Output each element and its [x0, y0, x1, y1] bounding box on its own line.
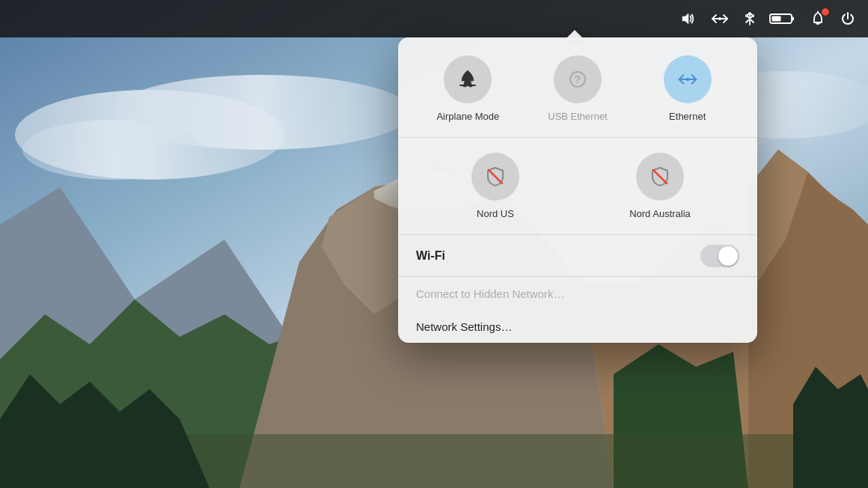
ethernet-label: Ethernet — [669, 111, 706, 122]
notification-icon[interactable] — [810, 10, 826, 27]
nord-australia-label: Nord Australia — [629, 208, 691, 219]
vpn-section: Nord US Nord Australia — [398, 138, 757, 235]
wifi-label: Wi-Fi — [416, 249, 445, 263]
ethernet-icon-circle — [664, 55, 712, 103]
menubar — [0, 0, 868, 37]
battery-icon[interactable] — [769, 10, 796, 27]
dropdown-arrow — [564, 30, 585, 40]
network-status-icon[interactable] — [709, 10, 730, 27]
connect-hidden-network-item[interactable]: Connect to Hidden Network… — [398, 277, 757, 310]
airplane-mode-item[interactable]: Airplane Mode — [413, 55, 523, 122]
bluetooth-icon[interactable] — [744, 10, 756, 27]
svg-line-27 — [653, 170, 667, 183]
power-icon[interactable] — [840, 10, 856, 27]
network-settings-item[interactable]: Network Settings… — [398, 310, 757, 343]
wifi-toggle[interactable] — [700, 245, 739, 267]
usb-ethernet-icon-circle: ? — [554, 55, 602, 103]
ethernet-item[interactable]: Ethernet — [632, 55, 742, 122]
usb-ethernet-item[interactable]: ? USB Ethernet — [523, 55, 633, 122]
toggle-knob — [718, 246, 738, 266]
nord-australia-item[interactable]: Nord Australia — [578, 153, 742, 219]
svg-rect-21 — [772, 16, 781, 22]
notification-badge — [821, 7, 830, 16]
svg-text:?: ? — [575, 73, 581, 85]
network-settings-label: Network Settings… — [416, 320, 512, 333]
network-dropdown-panel: Airplane Mode ? USB Ethernet — [398, 37, 757, 343]
svg-point-25 — [685, 78, 689, 82]
network-icons-section: Airplane Mode ? USB Ethernet — [398, 37, 757, 138]
connect-hidden-network-label: Connect to Hidden Network… — [416, 287, 564, 300]
svg-point-18 — [718, 17, 721, 20]
nord-us-label: Nord US — [477, 208, 514, 219]
nord-us-icon-circle — [471, 153, 519, 201]
volume-icon[interactable] — [679, 10, 696, 27]
nord-australia-icon-circle — [636, 153, 684, 201]
svg-rect-20 — [792, 17, 794, 21]
airplane-mode-icon-circle — [444, 55, 492, 103]
svg-point-3 — [22, 120, 202, 180]
airplane-mode-label: Airplane Mode — [436, 111, 499, 122]
usb-ethernet-label: USB Ethernet — [548, 111, 608, 122]
nord-us-item[interactable]: Nord US — [413, 153, 578, 219]
wifi-row: Wi-Fi — [398, 235, 757, 277]
svg-line-26 — [489, 170, 502, 183]
